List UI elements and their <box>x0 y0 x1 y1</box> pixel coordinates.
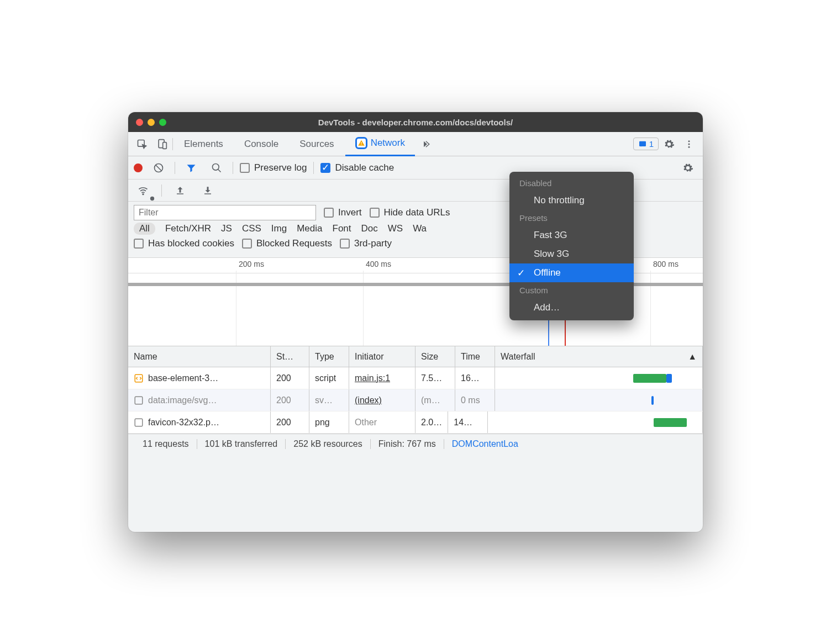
col-initiator[interactable]: Initiator <box>349 346 416 367</box>
svg-rect-16 <box>135 397 143 404</box>
status-transferred: 101 kB transferred <box>197 439 286 449</box>
pill-ws[interactable]: WS <box>388 223 403 234</box>
pill-media[interactable]: Media <box>297 223 322 234</box>
image-icon <box>134 395 144 405</box>
svg-rect-3 <box>361 142 361 144</box>
window-title: DevTools - developer.chrome.com/docs/dev… <box>128 118 703 127</box>
traffic-lights <box>136 119 166 126</box>
status-domcontent: DOMContentLoa <box>444 439 518 449</box>
svg-rect-14 <box>204 193 211 194</box>
network-settings-icon[interactable] <box>679 159 697 177</box>
svg-rect-4 <box>361 144 361 145</box>
status-resources: 252 kB resources <box>286 439 371 449</box>
warning-icon <box>355 137 367 149</box>
throttle-option-offline[interactable]: ✓ Offline <box>509 263 634 282</box>
filter-icon[interactable] <box>182 159 201 177</box>
network-conditions-icon[interactable] <box>134 181 152 200</box>
tab-sources[interactable]: Sources <box>290 132 344 156</box>
device-toggle-icon[interactable] <box>152 135 171 154</box>
throttle-option-none[interactable]: No throttling <box>509 191 634 210</box>
search-icon[interactable] <box>207 159 226 177</box>
pill-js[interactable]: JS <box>221 223 232 234</box>
status-requests: 11 requests <box>135 439 197 449</box>
col-waterfall[interactable]: Waterfall▲ <box>495 346 703 367</box>
svg-point-8 <box>688 146 690 147</box>
table-row[interactable]: favicon-32x32.p… 200 png Other 2.0… 14… <box>128 411 703 434</box>
tab-network[interactable]: Network <box>345 132 415 156</box>
issues-badge[interactable]: 1 <box>633 138 659 150</box>
svg-rect-2 <box>163 142 167 149</box>
filter-input[interactable] <box>134 205 316 220</box>
download-har-icon[interactable] <box>198 181 217 200</box>
svg-point-7 <box>688 143 690 145</box>
throttle-option-add[interactable]: Add… <box>509 298 634 317</box>
throttle-option-slow3g[interactable]: Slow 3G <box>509 245 634 263</box>
record-button[interactable] <box>134 163 143 172</box>
col-size[interactable]: Size <box>416 346 455 367</box>
tab-console[interactable]: Console <box>234 132 288 156</box>
minimize-window-button[interactable] <box>148 119 155 126</box>
more-tabs-icon[interactable] <box>416 135 435 154</box>
status-bar: 11 requests 101 kB transferred 252 kB re… <box>128 434 703 453</box>
col-time[interactable]: Time <box>455 346 495 367</box>
col-status[interactable]: St… <box>271 346 309 367</box>
svg-point-11 <box>143 193 144 194</box>
tab-elements[interactable]: Elements <box>174 132 233 156</box>
svg-point-10 <box>213 163 219 170</box>
inspect-icon[interactable] <box>133 135 151 154</box>
settings-icon[interactable] <box>660 135 679 154</box>
svg-rect-13 <box>177 193 183 194</box>
dropdown-header-presets: Presets <box>509 210 634 226</box>
titlebar: DevTools - developer.chrome.com/docs/dev… <box>128 112 703 132</box>
status-finish: Finish: 767 ms <box>371 439 444 449</box>
kebab-menu-icon[interactable] <box>680 135 698 154</box>
throttle-option-fast3g[interactable]: Fast 3G <box>509 226 634 245</box>
preserve-log-checkbox[interactable]: Preserve log <box>240 162 307 173</box>
svg-point-12 <box>150 196 154 200</box>
pill-css[interactable]: CSS <box>242 223 261 234</box>
blocked-requests-checkbox[interactable]: Blocked Requests <box>242 238 332 249</box>
image-icon <box>134 418 144 427</box>
col-name[interactable]: Name <box>128 346 271 367</box>
table-row[interactable]: base-element-3… 200 script main.js:1 7.5… <box>128 367 703 389</box>
disable-cache-checkbox[interactable]: ✓Disable cache <box>320 162 394 173</box>
hide-data-urls-checkbox[interactable]: Hide data URLs <box>370 207 450 218</box>
svg-rect-17 <box>135 419 143 426</box>
throttling-dropdown: Disabled No throttling Presets Fast 3G S… <box>509 172 634 320</box>
requests-table-header: Name St… Type Initiator Size Time Waterf… <box>128 346 703 367</box>
upload-har-icon[interactable] <box>171 181 190 200</box>
maximize-window-button[interactable] <box>159 119 166 126</box>
pill-doc[interactable]: Doc <box>361 223 378 234</box>
col-type[interactable]: Type <box>309 346 349 367</box>
pill-all[interactable]: All <box>134 223 155 235</box>
svg-point-6 <box>688 140 690 142</box>
devtools-window: DevTools - developer.chrome.com/docs/dev… <box>128 112 703 532</box>
pill-font[interactable]: Font <box>333 223 351 234</box>
close-window-button[interactable] <box>136 119 143 126</box>
third-party-checkbox[interactable]: 3rd-party <box>340 238 392 249</box>
requests-table-body: base-element-3… 200 script main.js:1 7.5… <box>128 367 703 434</box>
svg-rect-5 <box>639 141 646 146</box>
check-icon: ✓ <box>517 267 525 279</box>
panel-tabs: Elements Console Sources Network 1 <box>128 132 703 156</box>
pill-wasm[interactable]: Wa <box>413 223 427 234</box>
table-row[interactable]: data:image/svg… 200 sv… (index) (m… 0 ms <box>128 389 703 411</box>
script-icon <box>134 373 144 383</box>
pill-fetch[interactable]: Fetch/XHR <box>165 223 211 234</box>
pill-img[interactable]: Img <box>271 223 287 234</box>
clear-icon[interactable] <box>149 159 168 177</box>
dropdown-header-custom: Custom <box>509 282 634 298</box>
dropdown-header-disabled: Disabled <box>509 175 634 191</box>
blocked-cookies-checkbox[interactable]: Has blocked cookies <box>134 238 234 249</box>
invert-checkbox[interactable]: Invert <box>324 207 362 218</box>
